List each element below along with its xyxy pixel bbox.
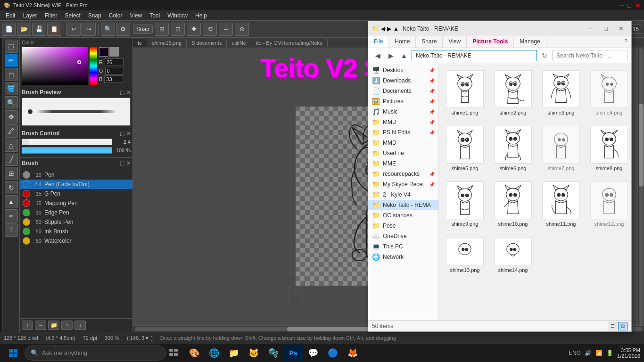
list-item[interactable]: shime13.png bbox=[443, 234, 487, 276]
fe-forward-button[interactable]: ▶ bbox=[385, 50, 396, 61]
pen-tool[interactable]: ✏ bbox=[5, 54, 18, 67]
tab-ito[interactable]: ito - By CMHerrera/img/Neko bbox=[251, 39, 328, 47]
selection-tool[interactable]: ⬚ bbox=[5, 40, 18, 53]
fe-nav-downloads[interactable]: ⬇️ Downloads 📌 bbox=[368, 75, 438, 86]
brush-folder-button[interactable]: 📁 bbox=[48, 321, 59, 330]
fe-nav-ps-edits[interactable]: 📁 PS N Edits 📌 bbox=[368, 127, 438, 138]
fe-tab-picture-tools[interactable]: Picture Tools bbox=[467, 36, 514, 48]
brush-control-expand[interactable]: ⬚ bbox=[120, 131, 124, 137]
fe-nav-skype[interactable]: 📁 My Skype Recei 📌 bbox=[368, 179, 438, 189]
canvas-scrollbar-vertical[interactable] bbox=[637, 48, 644, 325]
color-hue-slider[interactable] bbox=[90, 47, 97, 85]
menu-view[interactable]: View bbox=[126, 11, 146, 20]
fe-nav-mmd1[interactable]: 📁 MMD 📌 bbox=[368, 117, 438, 127]
brush-add-button[interactable]: + bbox=[22, 321, 33, 330]
fe-nav-mme[interactable]: 📁 MME bbox=[368, 158, 438, 169]
taskbar-cat-icon[interactable]: 🐱 bbox=[244, 345, 263, 362]
brush-preview-close[interactable]: ✕ bbox=[126, 90, 131, 96]
fe-tab-share[interactable]: Share bbox=[416, 36, 443, 48]
brush-delete-button[interactable]: − bbox=[35, 321, 46, 330]
brush-list-scroll[interactable]: 10 Pen 2.4 Pen (Fade In/Out) 15 G Pen 15… bbox=[20, 170, 132, 318]
fe-nav-pictures[interactable]: 🖼️ Pictures 📌 bbox=[368, 96, 438, 107]
snap-button[interactable]: Snap bbox=[133, 25, 153, 34]
save-file-button[interactable]: 💾 bbox=[32, 23, 46, 36]
redo-button[interactable]: ↪ bbox=[82, 23, 96, 36]
list-item[interactable]: shime10.png bbox=[491, 178, 535, 230]
tab-active[interactable]: te bbox=[133, 39, 147, 47]
move-tool[interactable]: ✥ bbox=[5, 110, 18, 123]
list-item[interactable]: shime2.png bbox=[491, 67, 535, 119]
fe-view-list[interactable]: ☰ bbox=[608, 322, 617, 330]
gradient-tool[interactable]: ▲ bbox=[5, 195, 18, 208]
fe-nav-network[interactable]: 🌐 Network bbox=[368, 252, 438, 262]
menu-snap[interactable]: Snap bbox=[84, 11, 105, 20]
opacity-slider[interactable] bbox=[22, 147, 112, 154]
fe-nav-music[interactable]: 🎵 Music 📌 bbox=[368, 107, 438, 117]
brush-item-watercolor[interactable]: 50 Watercolor bbox=[20, 236, 132, 246]
menu-select[interactable]: Select bbox=[61, 11, 84, 20]
list-item[interactable]: shime9.png bbox=[443, 178, 487, 230]
fe-nav-neko-taito[interactable]: 📁 Neko Taito - REMA bbox=[368, 200, 438, 210]
fe-tab-manage[interactable]: Manage bbox=[514, 36, 546, 48]
fe-nav-this-pc[interactable]: 💻 This PC bbox=[368, 241, 438, 252]
new-file-button[interactable]: 📄 bbox=[2, 23, 16, 36]
snap-icon-3[interactable]: ✚ bbox=[187, 23, 201, 36]
rotate-tool[interactable]: ↻ bbox=[5, 181, 18, 194]
snap-icon-6[interactable]: ⊝ bbox=[235, 23, 249, 36]
brush-item-stipple-pen[interactable]: 50 Stipple Pen bbox=[20, 217, 132, 227]
fe-back-nav[interactable]: ◀ bbox=[381, 25, 385, 32]
foreground-swatch[interactable] bbox=[99, 47, 108, 57]
list-item[interactable]: shime12.png bbox=[587, 178, 631, 230]
text-tool[interactable]: T bbox=[5, 223, 18, 237]
taskbar-ps-icon[interactable]: Ps bbox=[284, 345, 303, 362]
snap-icon-1[interactable]: ⊞ bbox=[155, 23, 169, 36]
fe-minimize-button[interactable]: ─ bbox=[584, 24, 597, 34]
brush-item-ink-brush[interactable]: 50 Ink Brush bbox=[20, 227, 132, 236]
menu-help[interactable]: Help bbox=[191, 11, 211, 20]
g-input[interactable] bbox=[105, 67, 124, 74]
tray-network-icon[interactable]: 📶 bbox=[595, 350, 603, 356]
menu-window[interactable]: Window bbox=[164, 11, 191, 20]
brush-control-close[interactable]: ✕ bbox=[126, 131, 131, 137]
fe-nav-pose[interactable]: 📁 Pose bbox=[368, 221, 438, 231]
brush-down-button[interactable]: ↓ bbox=[74, 321, 86, 330]
snap-icon-4[interactable]: ⟲ bbox=[203, 23, 217, 36]
fe-tab-view[interactable]: View bbox=[443, 36, 467, 48]
color-picker-tool[interactable]: 🖊 bbox=[5, 124, 18, 138]
fe-nav-mmd2[interactable]: 📁 MMD bbox=[368, 138, 438, 148]
taskbar-clock[interactable]: 3:55 PM 1/21/2016 bbox=[617, 347, 640, 359]
brush-item-pen[interactable]: 10 Pen bbox=[20, 170, 132, 180]
taskbar-skype-icon[interactable]: 💬 bbox=[304, 345, 322, 362]
task-view-button[interactable] bbox=[168, 345, 179, 362]
shape-tool[interactable]: △ bbox=[5, 139, 18, 152]
list-item[interactable]: shime3.png bbox=[539, 67, 583, 119]
fe-maximize-button[interactable]: □ bbox=[599, 24, 612, 34]
fe-help-button[interactable]: ? bbox=[620, 36, 631, 48]
fe-close-button[interactable]: ✕ bbox=[614, 24, 627, 34]
taskbar-paint-icon[interactable]: 🎨 bbox=[185, 345, 204, 362]
background-swatch[interactable] bbox=[109, 47, 119, 57]
menu-layer[interactable]: Layer bbox=[19, 11, 41, 20]
taskbar-fox-icon[interactable]: 🦊 bbox=[343, 345, 362, 362]
brush-list-close[interactable]: ✕ bbox=[126, 160, 131, 166]
zoom-button[interactable]: 🔍 bbox=[101, 23, 115, 36]
close-button[interactable]: ✕ bbox=[635, 2, 640, 9]
fe-up-nav[interactable]: ▲ bbox=[393, 25, 399, 32]
fe-nav-onedrive[interactable]: ☁️ OneDrive bbox=[368, 231, 438, 241]
tab-neji[interactable]: eiji/Ne bbox=[227, 39, 251, 47]
fe-address-input[interactable] bbox=[412, 50, 537, 61]
open-file-button[interactable]: 📂 bbox=[17, 23, 31, 36]
color-square[interactable] bbox=[22, 47, 88, 85]
menu-tool[interactable]: Tool bbox=[146, 11, 164, 20]
brush-item-edge-pen[interactable]: 10 Edge Pen bbox=[20, 208, 132, 217]
fe-up-button[interactable]: ▲ bbox=[398, 50, 410, 61]
fe-refresh-button[interactable]: ↻ bbox=[539, 50, 550, 61]
brush-item-mapping-pen[interactable]: 15 Mapping Pen bbox=[20, 198, 132, 208]
fe-view-grid[interactable]: ⊞ bbox=[618, 322, 627, 330]
eraser-tool[interactable]: ◻ bbox=[5, 68, 18, 81]
copy-button[interactable]: 📋 bbox=[47, 23, 61, 36]
taskbar-search-bar[interactable]: 🔍 Ask me anything bbox=[25, 346, 166, 361]
minimize-button[interactable]: ─ bbox=[619, 2, 624, 9]
taskbar-jellybean-icon[interactable]: 🫧 bbox=[264, 345, 283, 362]
list-item[interactable]: shime4.png bbox=[587, 67, 631, 119]
